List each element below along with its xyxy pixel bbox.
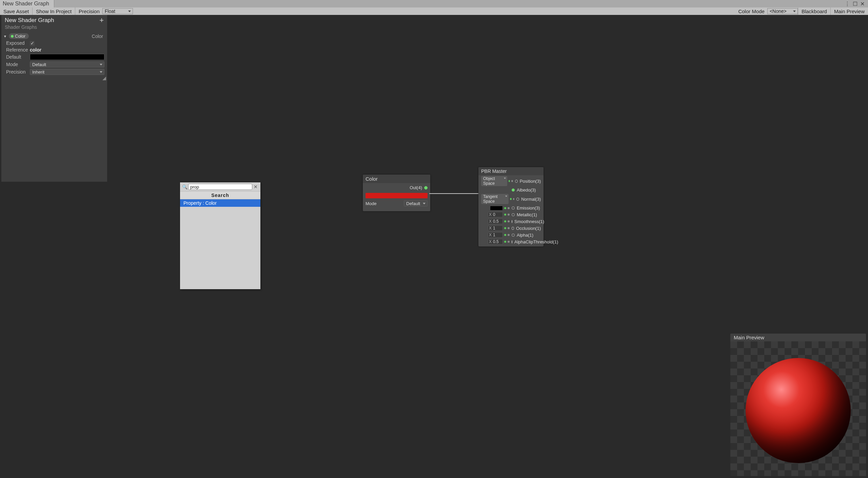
port-dot-icon bbox=[504, 227, 506, 229]
exposed-dot-icon bbox=[11, 35, 14, 38]
close-icon[interactable]: ✕ bbox=[860, 1, 865, 7]
precision-prop-label: Precision bbox=[6, 69, 26, 75]
color-out-label: Out(4) bbox=[410, 185, 422, 190]
default-color-swatch[interactable] bbox=[30, 54, 104, 60]
metallic-label: Metallic(1) bbox=[517, 212, 537, 217]
show-in-project-button[interactable]: Show In Project bbox=[33, 7, 75, 15]
window-controls: ⋮ ☐ ✕ bbox=[845, 1, 868, 7]
maximize-icon[interactable]: ☐ bbox=[853, 1, 857, 7]
normal-label: Normal(3) bbox=[521, 197, 541, 202]
alpha-clip-input[interactable]: X0.5 bbox=[488, 239, 503, 244]
port-dot-icon bbox=[504, 214, 506, 216]
title-bar: New Shader Graph ⋮ ☐ ✕ bbox=[0, 0, 868, 7]
search-icon: 🔍 bbox=[182, 184, 188, 190]
occlusion-label: Occlusion(1) bbox=[516, 226, 541, 231]
mode-row: Mode Default bbox=[1, 61, 107, 68]
main-preview-toggle-button[interactable]: Main Preview bbox=[831, 7, 868, 15]
exposed-checkbox[interactable]: ✓ bbox=[30, 41, 35, 46]
metallic-port[interactable] bbox=[512, 213, 515, 216]
expand-chevron-icon[interactable]: ▾ bbox=[4, 34, 6, 39]
port-dot-icon bbox=[508, 234, 510, 236]
window-tab[interactable]: New Shader Graph bbox=[0, 0, 54, 7]
blackboard-header: New Shader Graph + bbox=[1, 15, 107, 24]
alpha-clip-label: AlphaClipThreshold(1) bbox=[514, 239, 558, 244]
save-asset-button[interactable]: Save Asset bbox=[0, 7, 33, 15]
port-dot-icon bbox=[504, 220, 506, 222]
property-pill[interactable]: Color bbox=[9, 33, 29, 39]
port-dot-icon bbox=[504, 207, 506, 209]
metallic-input[interactable]: X0 bbox=[488, 212, 503, 217]
default-row: Default bbox=[1, 53, 107, 61]
emission-label: Emission(3) bbox=[517, 205, 540, 211]
pbr-node-title[interactable]: PBR Master bbox=[478, 167, 544, 175]
clear-search-icon[interactable]: ✕ bbox=[253, 184, 258, 190]
resize-handle-icon[interactable]: ◢ bbox=[102, 76, 106, 80]
graph-canvas[interactable]: New Shader Graph + Shader Graphs ▾ Color… bbox=[0, 15, 868, 478]
color-mode-select[interactable]: <None> bbox=[767, 8, 798, 14]
position-label: Position(3) bbox=[520, 179, 541, 184]
port-dot-icon bbox=[509, 180, 510, 182]
search-heading: Search bbox=[180, 191, 260, 199]
port-dot-icon bbox=[508, 220, 510, 222]
blackboard-title: New Shader Graph bbox=[5, 17, 54, 24]
emission-port[interactable] bbox=[512, 206, 515, 210]
occlusion-port[interactable] bbox=[512, 227, 514, 230]
connection-wire bbox=[429, 192, 484, 195]
alpha-label: Alpha(1) bbox=[517, 233, 533, 238]
main-preview-panel[interactable]: Main Preview bbox=[730, 334, 866, 476]
reference-row: Reference color bbox=[1, 46, 107, 53]
mode-select[interactable]: Default bbox=[30, 61, 104, 67]
property-type-label: Color bbox=[92, 34, 104, 39]
color-mode-select[interactable]: Default bbox=[404, 200, 428, 206]
port-dot-icon bbox=[508, 207, 510, 209]
color-out-port[interactable] bbox=[424, 186, 428, 190]
exposed-label: Exposed bbox=[6, 40, 26, 46]
object-space-select[interactable]: Object Space bbox=[481, 176, 507, 186]
reference-field[interactable]: color bbox=[30, 47, 104, 53]
exposed-row: Exposed ✓ bbox=[1, 40, 107, 46]
window-menu-icon[interactable]: ⋮ bbox=[845, 1, 850, 7]
port-dot-icon bbox=[504, 234, 506, 236]
color-swatch[interactable] bbox=[366, 193, 428, 198]
position-port[interactable] bbox=[515, 180, 518, 183]
alpha-clip-port[interactable] bbox=[512, 240, 512, 243]
blackboard-subtitle: Shader Graphs bbox=[1, 24, 107, 33]
port-dot-icon bbox=[508, 227, 510, 229]
smoothness-label: Smoothness(1) bbox=[514, 219, 544, 224]
add-property-button[interactable]: + bbox=[99, 18, 104, 23]
mode-label: Mode bbox=[6, 62, 26, 67]
color-mode-label: Mode bbox=[366, 201, 377, 206]
emission-swatch[interactable] bbox=[490, 206, 503, 211]
occlusion-input[interactable]: X1 bbox=[488, 225, 503, 231]
smoothness-input[interactable]: X0.5 bbox=[488, 219, 503, 224]
alpha-port[interactable] bbox=[512, 234, 515, 237]
color-node[interactable]: Color Out(4) Mode Default bbox=[363, 175, 430, 211]
blackboard-panel[interactable]: New Shader Graph + Shader Graphs ▾ Color… bbox=[1, 15, 107, 182]
search-result-item[interactable]: Property : Color bbox=[180, 199, 260, 207]
port-dot-icon bbox=[513, 198, 515, 200]
window-title: New Shader Graph bbox=[3, 1, 49, 7]
alpha-input[interactable]: X1 bbox=[488, 232, 503, 238]
blackboard-toggle-button[interactable]: Blackboard bbox=[798, 7, 831, 15]
reference-label: Reference bbox=[6, 47, 26, 53]
albedo-label: Albedo(3) bbox=[517, 187, 536, 193]
color-node-title[interactable]: Color bbox=[363, 175, 430, 183]
normal-port[interactable] bbox=[516, 198, 519, 201]
main-preview-title[interactable]: Main Preview bbox=[730, 334, 866, 341]
precision-label: Precision bbox=[75, 8, 102, 14]
pbr-master-node[interactable]: PBR Master Object Space Position(3) Albe… bbox=[478, 167, 544, 246]
precision-prop-select[interactable]: Inherit bbox=[30, 69, 104, 75]
property-row[interactable]: ▾ Color Color bbox=[1, 33, 107, 40]
port-dot-icon bbox=[511, 180, 513, 182]
precision-select[interactable]: Float bbox=[102, 8, 133, 14]
search-input[interactable] bbox=[188, 184, 252, 190]
color-mode-label: Color Mode bbox=[735, 8, 767, 14]
property-pill-label: Color bbox=[15, 34, 25, 39]
albedo-port[interactable] bbox=[512, 188, 515, 192]
preview-viewport[interactable] bbox=[730, 341, 866, 476]
smoothness-port[interactable] bbox=[512, 220, 512, 223]
port-dot-icon bbox=[510, 198, 512, 200]
port-dot-icon bbox=[508, 241, 510, 243]
default-label: Default bbox=[6, 54, 26, 60]
tangent-space-select[interactable]: Tangent Space bbox=[481, 194, 509, 204]
